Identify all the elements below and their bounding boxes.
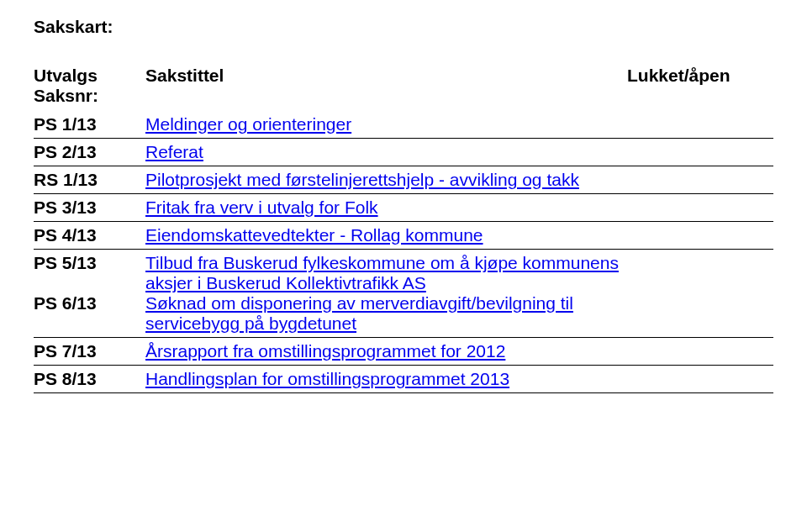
table-row: RS 1/13 Pilotprosjekt med førstelinjeret… xyxy=(34,166,773,194)
row-title: Årsrapport fra omstillingsprogrammet for… xyxy=(145,338,627,366)
row-title: Søknad om disponering av merverdiavgift/… xyxy=(145,293,627,337)
row-link[interactable]: Referat xyxy=(145,142,203,161)
table-row: PS 1/13 Meldinger og orienteringer xyxy=(34,111,773,138)
table-row: PS 3/13 Fritak fra verv i utvalg for Fol… xyxy=(34,194,773,222)
row-status xyxy=(627,366,773,393)
row-link[interactable]: Meldinger og orienteringer xyxy=(145,114,351,134)
row-divider xyxy=(34,392,773,393)
row-id: PS 8/13 xyxy=(34,366,145,393)
column-header-status: Lukket/åpen xyxy=(627,62,773,111)
row-id: PS 4/13 xyxy=(34,222,145,250)
table-header-row: Utvalgs Saksnr: Sakstittel Lukket/åpen xyxy=(34,62,773,111)
table-row: PS 7/13 Årsrapport fra omstillingsprogra… xyxy=(34,338,773,366)
row-link[interactable]: Årsrapport fra omstillingsprogrammet for… xyxy=(145,341,505,361)
row-id: RS 1/13 xyxy=(34,166,145,194)
row-id: PS 5/13 xyxy=(34,250,145,294)
heading-sakskart: Sakskart: xyxy=(34,17,773,37)
row-link[interactable]: Søknad om disponering av merverdiavgift/… xyxy=(145,293,573,333)
row-status xyxy=(627,338,773,366)
row-link[interactable]: Fritak fra verv i utvalg for Folk xyxy=(145,198,378,217)
column-header-title: Sakstittel xyxy=(145,62,627,111)
row-link[interactable]: Pilotprosjekt med førstelinjerettshjelp … xyxy=(145,170,579,189)
row-title: Pilotprosjekt med førstelinjerettshjelp … xyxy=(145,166,627,194)
column-header-id-line2: Saksnr: xyxy=(34,86,98,105)
row-status xyxy=(627,111,773,138)
row-id: PS 2/13 xyxy=(34,139,145,166)
row-status xyxy=(627,139,773,166)
row-status xyxy=(627,250,773,294)
row-title: Meldinger og orienteringer xyxy=(145,111,627,138)
column-header-id: Utvalgs Saksnr: xyxy=(34,62,145,111)
table-row: PS 2/13 Referat xyxy=(34,139,773,166)
row-title: Eiendomskattevedtekter - Rollag kommune xyxy=(145,222,627,250)
row-title: Fritak fra verv i utvalg for Folk xyxy=(145,194,627,222)
row-title: Referat xyxy=(145,139,627,166)
row-status xyxy=(627,194,773,222)
row-id: PS 3/13 xyxy=(34,194,145,222)
agenda-table: Utvalgs Saksnr: Sakstittel Lukket/åpen P… xyxy=(34,62,773,393)
row-link[interactable]: Eiendomskattevedtekter - Rollag kommune xyxy=(145,225,483,245)
row-id: PS 1/13 xyxy=(34,111,145,138)
row-id: PS 6/13 xyxy=(34,293,145,337)
row-id: PS 7/13 xyxy=(34,338,145,366)
table-row: PS 6/13 Søknad om disponering av merverd… xyxy=(34,293,773,337)
table-row: PS 8/13 Handlingsplan for omstillingspro… xyxy=(34,366,773,393)
column-header-id-line1: Utvalgs xyxy=(34,66,98,85)
row-title: Tilbud fra Buskerud fylkeskommune om å k… xyxy=(145,250,627,294)
row-status xyxy=(627,222,773,250)
row-title: Handlingsplan for omstillingsprogrammet … xyxy=(145,366,627,393)
row-link[interactable]: Tilbud fra Buskerud fylkeskommune om å k… xyxy=(145,253,619,292)
table-row: PS 5/13 Tilbud fra Buskerud fylkeskommun… xyxy=(34,250,773,294)
row-link[interactable]: Handlingsplan for omstillingsprogrammet … xyxy=(145,369,509,388)
table-row: PS 4/13 Eiendomskattevedtekter - Rollag … xyxy=(34,222,773,250)
row-status xyxy=(627,293,773,337)
row-status xyxy=(627,166,773,194)
